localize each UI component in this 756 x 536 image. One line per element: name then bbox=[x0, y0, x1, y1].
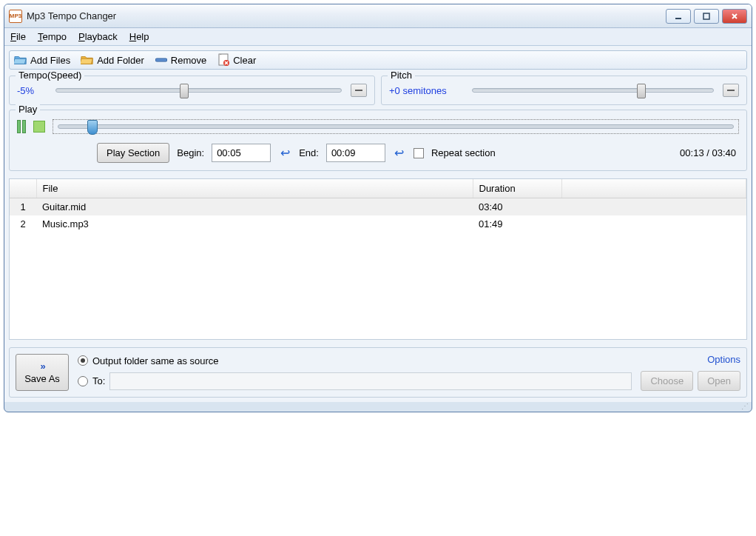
play-panel: Play Play Section Begin: ↩ End: ↩ bbox=[9, 110, 747, 171]
menu-file[interactable]: File bbox=[10, 31, 26, 42]
toolbar: Add Files Add Folder Remove Clear bbox=[9, 50, 747, 70]
progress-thumb[interactable] bbox=[87, 120, 98, 135]
col-file-header[interactable]: File bbox=[36, 179, 473, 198]
col-duration-header[interactable]: Duration bbox=[473, 179, 561, 198]
menu-tempo[interactable]: Tempo bbox=[38, 31, 67, 42]
pitch-slider-thumb[interactable] bbox=[637, 84, 646, 98]
output-to-radio[interactable] bbox=[78, 376, 88, 386]
tempo-reset-button[interactable] bbox=[351, 84, 367, 97]
app-window: MP3 Mp3 Tempo Changer File Tempo Playbac… bbox=[4, 4, 752, 412]
svg-rect-0 bbox=[675, 18, 681, 19]
choose-button[interactable]: Choose bbox=[641, 371, 693, 391]
row-file: Guitar.mid bbox=[36, 198, 473, 216]
save-chevron-icon: » bbox=[40, 361, 44, 372]
play-section-button[interactable]: Play Section bbox=[97, 143, 169, 163]
menu-playback[interactable]: Playback bbox=[78, 31, 118, 42]
output-to-label: To: bbox=[92, 375, 105, 386]
pitch-legend: Pitch bbox=[388, 70, 415, 81]
repeat-label: Repeat section bbox=[431, 147, 496, 158]
pitch-reset-button[interactable] bbox=[723, 84, 739, 97]
pitch-panel: Pitch +0 semitones bbox=[381, 76, 747, 105]
row-file: Music.mp3 bbox=[36, 215, 473, 232]
row-num: 2 bbox=[10, 215, 36, 232]
save-as-button[interactable]: » Save As bbox=[16, 354, 69, 391]
remove-label: Remove bbox=[171, 55, 206, 66]
begin-set-icon[interactable]: ↩ bbox=[278, 146, 291, 160]
begin-label: Begin: bbox=[177, 147, 204, 158]
minimize-button[interactable] bbox=[666, 9, 691, 24]
options-link[interactable]: Options bbox=[707, 354, 740, 365]
time-display: 00:13 / 03:40 bbox=[680, 147, 739, 158]
output-path-input[interactable] bbox=[109, 372, 632, 390]
col-spacer bbox=[561, 179, 746, 198]
add-files-button[interactable]: Add Files bbox=[14, 54, 70, 66]
svg-rect-1 bbox=[703, 13, 709, 19]
end-set-icon[interactable]: ↩ bbox=[393, 146, 406, 160]
open-button[interactable]: Open bbox=[698, 371, 740, 391]
folder-open-icon bbox=[14, 54, 27, 66]
add-folder-button[interactable]: Add Folder bbox=[81, 54, 144, 66]
menubar: File Tempo Playback Help bbox=[4, 28, 752, 46]
add-folder-label: Add Folder bbox=[97, 55, 144, 66]
row-duration: 01:49 bbox=[473, 215, 561, 232]
svg-rect-2 bbox=[155, 58, 167, 61]
pause-button[interactable] bbox=[17, 120, 26, 133]
col-num-header[interactable] bbox=[10, 179, 36, 198]
stop-button[interactable] bbox=[33, 121, 45, 133]
maximize-button[interactable] bbox=[694, 9, 719, 24]
begin-input[interactable] bbox=[212, 144, 271, 162]
clear-label: Clear bbox=[233, 55, 256, 66]
folder-icon bbox=[81, 54, 94, 66]
tempo-panel: Tempo(Speed) -5% bbox=[9, 76, 375, 105]
output-same-radio[interactable] bbox=[78, 355, 88, 366]
titlebar[interactable]: MP3 Mp3 Tempo Changer bbox=[4, 4, 752, 28]
progress-slider[interactable] bbox=[58, 124, 734, 129]
row-duration: 03:40 bbox=[473, 198, 561, 216]
clear-button[interactable]: Clear bbox=[217, 54, 256, 66]
row-num: 1 bbox=[10, 198, 36, 216]
app-icon: MP3 bbox=[9, 10, 22, 23]
pitch-value: +0 semitones bbox=[389, 85, 463, 96]
tempo-value: -5% bbox=[17, 85, 47, 96]
pitch-slider[interactable] bbox=[472, 88, 714, 93]
save-as-label: Save As bbox=[24, 373, 60, 384]
play-legend: Play bbox=[16, 104, 40, 115]
window-title: Mp3 Tempo Changer bbox=[27, 10, 666, 21]
footer-panel: » Save As Output folder same as source T… bbox=[9, 347, 747, 398]
output-same-label: Output folder same as source bbox=[92, 355, 219, 366]
end-label: End: bbox=[299, 147, 319, 158]
resize-grip[interactable]: ⋰ bbox=[4, 402, 752, 412]
menu-help[interactable]: Help bbox=[129, 31, 149, 42]
file-list: File Duration 1Guitar.mid03:402Music.mp3… bbox=[9, 178, 747, 340]
table-row[interactable]: 1Guitar.mid03:40 bbox=[10, 198, 746, 216]
table-row[interactable]: 2Music.mp301:49 bbox=[10, 215, 746, 232]
tempo-slider[interactable] bbox=[55, 88, 342, 93]
progress-area bbox=[53, 119, 739, 134]
clear-icon bbox=[217, 54, 230, 66]
add-files-label: Add Files bbox=[30, 55, 70, 66]
tempo-slider-thumb[interactable] bbox=[180, 84, 189, 98]
end-input[interactable] bbox=[326, 144, 385, 162]
tempo-legend: Tempo(Speed) bbox=[16, 70, 84, 81]
close-button[interactable] bbox=[722, 9, 747, 24]
minus-icon bbox=[155, 54, 168, 66]
remove-button[interactable]: Remove bbox=[155, 54, 206, 66]
repeat-checkbox[interactable] bbox=[414, 148, 424, 158]
